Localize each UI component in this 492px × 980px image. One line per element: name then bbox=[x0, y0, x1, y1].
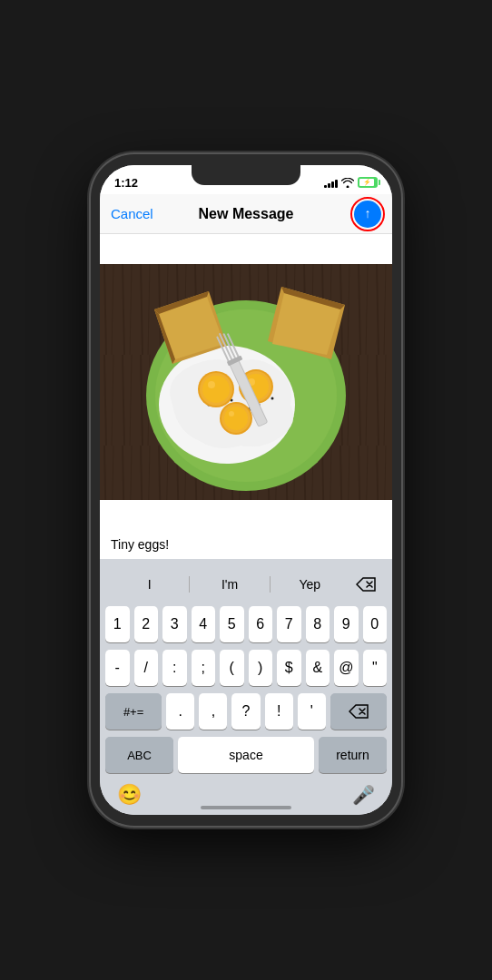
keyboard-row-symbols: - / : ; ( ) $ & @ " bbox=[103, 650, 389, 686]
nav-bar: Cancel New Message ↑ bbox=[100, 194, 392, 234]
key-apostrophe[interactable]: ' bbox=[298, 693, 326, 730]
keyboard[interactable]: I I'm Yep 1 2 3 4 5 6 bbox=[100, 559, 392, 815]
key-8[interactable]: 8 bbox=[306, 606, 330, 642]
key-dollar[interactable]: $ bbox=[277, 650, 301, 686]
svg-point-25 bbox=[224, 407, 248, 430]
message-area: Tiny eggs! bbox=[100, 234, 392, 559]
send-button-ring bbox=[350, 197, 385, 231]
food-photo bbox=[100, 234, 392, 530]
predictive-word-1[interactable]: I bbox=[110, 577, 189, 592]
predictive-bar: I I'm Yep bbox=[103, 564, 389, 606]
key-7[interactable]: 7 bbox=[277, 606, 301, 642]
key-period[interactable]: . bbox=[166, 693, 194, 730]
key-semicolon[interactable]: ; bbox=[192, 650, 216, 686]
svg-point-17 bbox=[202, 376, 230, 403]
predictive-word-3[interactable]: Yep bbox=[271, 577, 349, 592]
phone-frame: 1:12 ⚡ bbox=[91, 154, 401, 826]
key-closeparen[interactable]: ) bbox=[249, 650, 273, 686]
phone-screen: 1:12 ⚡ bbox=[100, 165, 392, 815]
predictive-backspace-button[interactable] bbox=[349, 568, 382, 601]
keyboard-row-bottom: ABC space return bbox=[103, 737, 389, 773]
key-4[interactable]: 4 bbox=[192, 606, 216, 642]
key-9[interactable]: 9 bbox=[334, 606, 359, 642]
key-backspace[interactable] bbox=[330, 693, 387, 730]
key-dash[interactable]: - bbox=[105, 650, 130, 686]
backspace-icon bbox=[356, 577, 376, 592]
key-symbols-toggle[interactable]: #+= bbox=[105, 693, 162, 730]
key-openparen[interactable]: ( bbox=[220, 650, 244, 686]
key-space[interactable]: space bbox=[178, 737, 314, 773]
keyboard-row-numbers: 1 2 3 4 5 6 7 8 9 0 bbox=[103, 606, 389, 642]
wifi-icon bbox=[341, 178, 354, 188]
key-3[interactable]: 3 bbox=[162, 606, 187, 642]
key-question[interactable]: ? bbox=[231, 693, 260, 730]
key-slash[interactable]: / bbox=[134, 650, 159, 686]
nav-title: New Message bbox=[199, 206, 294, 222]
food-photo-container bbox=[100, 234, 392, 530]
key-2[interactable]: 2 bbox=[134, 606, 159, 642]
message-caption: Tiny eggs! bbox=[100, 530, 392, 559]
status-icons: ⚡ bbox=[324, 177, 378, 188]
signal-icon bbox=[324, 177, 338, 188]
key-0[interactable]: 0 bbox=[363, 606, 388, 642]
key-exclamation[interactable]: ! bbox=[265, 693, 293, 730]
predictive-word-2[interactable]: I'm bbox=[190, 577, 269, 592]
backspace-key-icon bbox=[349, 704, 369, 719]
emoji-button[interactable]: 😊 bbox=[117, 783, 142, 807]
home-indicator bbox=[201, 806, 291, 809]
key-colon[interactable]: : bbox=[162, 650, 187, 686]
svg-point-26 bbox=[229, 411, 234, 416]
battery-icon: ⚡ bbox=[358, 177, 378, 188]
key-ampersand[interactable]: & bbox=[306, 650, 330, 686]
svg-point-12 bbox=[271, 397, 274, 400]
key-quote[interactable]: " bbox=[363, 650, 388, 686]
key-5[interactable]: 5 bbox=[220, 606, 244, 642]
microphone-button[interactable]: 🎤 bbox=[352, 784, 375, 806]
keyboard-row-special: #+= . , ? ! ' bbox=[103, 693, 389, 730]
key-abc[interactable]: ABC bbox=[105, 737, 173, 773]
key-at[interactable]: @ bbox=[334, 650, 359, 686]
cancel-button[interactable]: Cancel bbox=[111, 206, 153, 221]
send-button-wrapper: ↑ bbox=[354, 201, 381, 228]
notch bbox=[192, 165, 300, 185]
status-time: 1:12 bbox=[114, 176, 138, 190]
key-return[interactable]: return bbox=[319, 737, 387, 773]
key-6[interactable]: 6 bbox=[249, 606, 273, 642]
key-comma[interactable]: , bbox=[199, 693, 227, 730]
svg-point-18 bbox=[208, 381, 215, 388]
key-1[interactable]: 1 bbox=[105, 606, 130, 642]
